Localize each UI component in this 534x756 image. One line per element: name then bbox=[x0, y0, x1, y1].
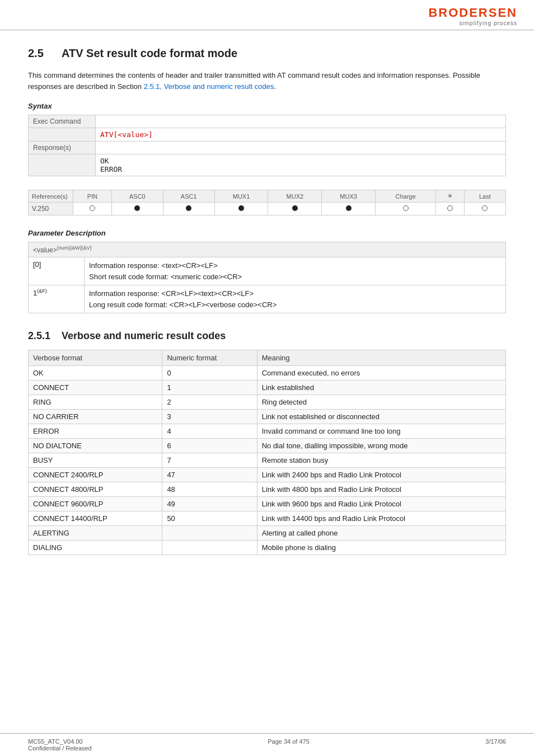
exec-command-label: Exec Command bbox=[29, 115, 96, 128]
result-cell-verbose: NO DIALTONE bbox=[29, 439, 162, 453]
result-cell-meaning: Link with 9600 bps and Radio Link Protoc… bbox=[257, 497, 505, 511]
circle-filled-mux2 bbox=[292, 205, 298, 211]
circle-empty-charge bbox=[403, 205, 409, 211]
col-last: Last bbox=[464, 190, 505, 203]
result-table-row: DIALINGMobile phone is dialing bbox=[29, 541, 506, 555]
circle-filled-asc0 bbox=[134, 205, 140, 211]
col-mux3: MUX3 bbox=[322, 190, 376, 203]
circle-empty-last bbox=[482, 205, 488, 211]
result-cell-verbose: RING bbox=[29, 395, 162, 410]
param-table: <value>(num)(&W)(&V) [0] Information res… bbox=[28, 242, 506, 313]
footer-doc-id: MC55_ATC_V04.00 bbox=[28, 738, 92, 745]
result-cell-meaning: Link established bbox=[257, 381, 505, 395]
result-cell-meaning: Ring detected bbox=[257, 395, 505, 410]
result-cell-verbose: CONNECT 14400/RLP bbox=[29, 511, 162, 526]
circle-filled-mux3 bbox=[346, 205, 352, 211]
result-cell-numeric: 4 bbox=[162, 424, 257, 439]
responses-codes: OK ERROR bbox=[96, 154, 506, 176]
result-cell-verbose: CONNECT 9600/RLP bbox=[29, 497, 162, 511]
result-cell-verbose: OK bbox=[29, 366, 162, 381]
v250-mux1 bbox=[214, 203, 268, 215]
footer-status: Confidential / Released bbox=[28, 745, 92, 752]
subsection-title: Verbose and numeric result codes bbox=[62, 330, 226, 342]
responses-label-row: Response(s) bbox=[29, 142, 506, 154]
page-header: BRODERSEN simplifying process bbox=[0, 0, 534, 30]
v250-special bbox=[435, 203, 464, 215]
result-cell-meaning: Link with 4800 bps and Radio Link Protoc… bbox=[257, 482, 505, 497]
result-cell-numeric: 0 bbox=[162, 366, 257, 381]
v250-asc1 bbox=[163, 203, 214, 215]
v250-last bbox=[464, 203, 505, 215]
result-cell-verbose: ERROR bbox=[29, 424, 162, 439]
result-cell-meaning: Link with 2400 bps and Radio Link Protoc… bbox=[257, 468, 505, 482]
col-meaning: Meaning bbox=[257, 350, 505, 366]
result-cell-verbose: CONNECT bbox=[29, 381, 162, 395]
section-link[interactable]: 2.5.1, Verbose and numeric result codes bbox=[144, 82, 274, 91]
result-cell-meaning: Invalid command or command line too long bbox=[257, 424, 505, 439]
result-cell-meaning: Link with 14400 bps and Radio Link Proto… bbox=[257, 511, 505, 526]
result-cell-numeric: 3 bbox=[162, 410, 257, 424]
col-mux2: MUX2 bbox=[268, 190, 322, 203]
result-table-row: CONNECT 4800/RLP48Link with 4800 bps and… bbox=[29, 482, 506, 497]
response-error: ERROR bbox=[100, 165, 122, 173]
logo-tagline: simplifying process bbox=[460, 20, 517, 26]
section-body-text: This command determines the contents of … bbox=[28, 70, 506, 92]
response-ok: OK bbox=[100, 157, 109, 165]
page-content: 2.5 ATV Set result code format mode This… bbox=[0, 30, 534, 594]
result-cell-numeric: 7 bbox=[162, 453, 257, 468]
v250-mux2 bbox=[268, 203, 322, 215]
circle-empty-pin bbox=[90, 205, 95, 211]
result-table-row: CONNECT 9600/RLP49Link with 9600 bps and… bbox=[29, 497, 506, 511]
result-cell-meaning: Alerting at called phone bbox=[257, 526, 505, 541]
col-numeric-format: Numeric format bbox=[162, 350, 257, 366]
result-table-row: NO DIALTONE6No dial tone, dialling impos… bbox=[29, 439, 506, 453]
logo-area: BRODERSEN simplifying process bbox=[428, 6, 517, 26]
result-table-row: BUSY7Remote station busy bbox=[29, 453, 506, 468]
result-table-row: ALERTINGAlerting at called phone bbox=[29, 526, 506, 541]
result-cell-numeric: 50 bbox=[162, 511, 257, 526]
footer-center: Page 34 of 475 bbox=[268, 738, 310, 752]
result-cell-verbose: CONNECT 4800/RLP bbox=[29, 482, 162, 497]
param-row-1: 1(&F) Information response: <CR><LF><tex… bbox=[29, 285, 506, 313]
param-header-row: <value>(num)(&W)(&V) bbox=[29, 242, 506, 257]
footer-date: 3/17/06 bbox=[485, 738, 506, 752]
result-cell-verbose: ALERTING bbox=[29, 526, 162, 541]
result-cell-meaning: Link not established or disconnected bbox=[257, 410, 505, 424]
result-cell-meaning: Command executed, no errors bbox=[257, 366, 505, 381]
col-pin: PIN bbox=[73, 190, 112, 203]
exec-command-value bbox=[96, 115, 506, 128]
section-title: ATV Set result code format mode bbox=[62, 47, 237, 60]
result-table-row: CONNECT 2400/RLP47Link with 2400 bps and… bbox=[29, 468, 506, 482]
result-table-header-row: Verbose format Numeric format Meaning bbox=[29, 350, 506, 366]
circle-filled-mux1 bbox=[238, 205, 244, 211]
section-number: 2.5 bbox=[28, 47, 50, 60]
page-footer: MC55_ATC_V04.00 Confidential / Released … bbox=[0, 733, 534, 756]
result-cell-numeric: 2 bbox=[162, 395, 257, 410]
result-table-row: CONNECT 14400/RLP50Link with 14400 bps a… bbox=[29, 511, 506, 526]
result-cell-verbose: BUSY bbox=[29, 453, 162, 468]
result-cell-meaning: Mobile phone is dialing bbox=[257, 541, 505, 555]
col-charge: Charge bbox=[376, 190, 436, 203]
circle-filled-asc1 bbox=[186, 205, 191, 211]
result-cell-numeric: 48 bbox=[162, 482, 257, 497]
col-special: ☀ bbox=[435, 190, 464, 203]
result-table-row: ERROR4Invalid command or command line to… bbox=[29, 424, 506, 439]
col-asc0: ASC0 bbox=[111, 190, 163, 203]
result-cell-numeric: 47 bbox=[162, 468, 257, 482]
result-cell-verbose: NO CARRIER bbox=[29, 410, 162, 424]
responses-value bbox=[96, 142, 506, 154]
exec-command-value-row: ATV[<value>] bbox=[29, 128, 506, 142]
result-table-row: NO CARRIER3Link not established or disco… bbox=[29, 410, 506, 424]
v250-charge bbox=[376, 203, 436, 215]
param-desc-1: Information response: <CR><LF><text><CR>… bbox=[85, 285, 506, 313]
responses-value-row: OK ERROR bbox=[29, 154, 506, 176]
result-table-row: OK0Command executed, no errors bbox=[29, 366, 506, 381]
ref-v250-row: V.250 bbox=[29, 203, 506, 215]
responses-spacer bbox=[29, 154, 96, 176]
result-cell-verbose: DIALING bbox=[29, 541, 162, 555]
exec-command-spacer bbox=[29, 128, 96, 142]
syntax-table: Exec Command ATV[<value>] Response(s) OK… bbox=[28, 115, 506, 176]
v250-asc0 bbox=[111, 203, 163, 215]
ref-header-label: Reference(s) bbox=[29, 190, 73, 203]
param-desc-0: Information response: <text><CR><LF> Sho… bbox=[85, 257, 506, 285]
